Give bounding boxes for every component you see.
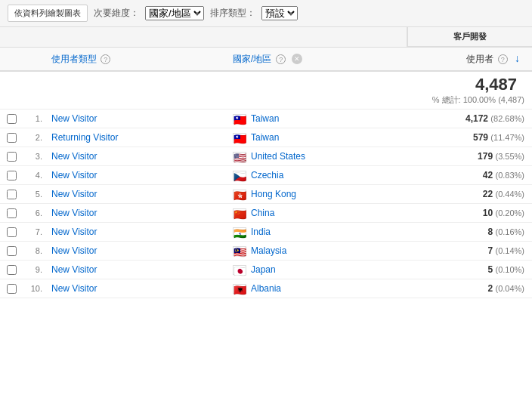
dim-section [0, 27, 408, 47]
row-check-input[interactable] [7, 208, 17, 218]
row-country: 🇯🇵 Japan [227, 264, 385, 275]
row-check-input[interactable] [7, 284, 17, 294]
row-num: 10. [23, 284, 45, 293]
row-users: 179 (3.55%) [385, 151, 532, 162]
row-pct: (3.55%) [495, 152, 524, 161]
user-type-link[interactable]: New Visitor [51, 283, 97, 294]
table-row: 8. New Visitor 🇲🇾 Malaysia 7 (0.14%) [0, 242, 532, 261]
table-row: 2. Returning Visitor 🇹🇼 Taiwan 579 (11.4… [0, 128, 532, 147]
table-row: 1. New Visitor 🇹🇼 Taiwan 4,172 (82.68%) [0, 110, 532, 128]
country-link[interactable]: Taiwan [251, 132, 279, 143]
country-link[interactable]: Albania [251, 283, 281, 294]
section-metric-label: 客戶開發 [408, 27, 532, 47]
country-link[interactable]: China [251, 208, 274, 218]
row-checkbox [0, 246, 23, 256]
country-link[interactable]: Taiwan [251, 113, 279, 124]
country-flag-icon: 🇭🇰 [233, 190, 246, 199]
row-num: 9. [23, 265, 45, 274]
row-pct: (11.47%) [490, 133, 524, 142]
row-user-type: Returning Visitor [45, 132, 227, 143]
header-users: 使用者 ? ↓ [385, 52, 532, 66]
user-type-link[interactable]: New Visitor [51, 245, 97, 256]
dim-select[interactable]: 國家/地區 [145, 6, 204, 20]
total-pct: % 總計: 100.00% (4,487) [385, 94, 524, 106]
row-pct: (0.10%) [495, 265, 524, 274]
country-info-icon[interactable]: ? [276, 54, 286, 64]
row-user-type: New Visitor [45, 113, 227, 124]
total-row: 4,487 % 總計: 100.00% (4,487) [0, 72, 532, 110]
table-row: 10. New Visitor 🇦🇱 Albania 2 (0.04%) [0, 279, 532, 298]
toolbar: 依資料列繪製圖表 次要維度： 國家/地區 排序類型： 預設 [0, 0, 532, 27]
header-user-type: 使用者類型 ? [45, 53, 227, 66]
row-checkbox [0, 208, 23, 218]
rows-container: 1. New Visitor 🇹🇼 Taiwan 4,172 (82.68%) … [0, 110, 532, 298]
row-country: 🇹🇼 Taiwan [227, 132, 385, 143]
row-check-input[interactable] [7, 152, 17, 162]
country-link[interactable]: Malaysia [251, 245, 286, 256]
user-type-link[interactable]: Returning Visitor [51, 132, 119, 143]
country-remove-icon[interactable]: ✕ [292, 54, 302, 64]
total-number: 4,487 [385, 75, 524, 94]
country-link[interactable]: Hong Kong [251, 189, 296, 199]
country-flag-icon: 🇲🇾 [233, 246, 246, 256]
row-pct: (82.68%) [490, 114, 524, 123]
user-type-info-icon[interactable]: ? [101, 54, 110, 64]
row-country: 🇭🇰 Hong Kong [227, 189, 385, 199]
data-table: 客戶開發 使用者類型 ? 國家/地區 ? ✕ 使用者 ? ↓ 4,487 % 總… [0, 27, 532, 298]
row-num: 7. [23, 227, 45, 236]
users-col-label: 使用者 [466, 54, 493, 64]
row-checkbox [0, 152, 23, 162]
row-check-input[interactable] [7, 133, 17, 143]
row-checkbox [0, 133, 23, 143]
row-users: 4,172 (82.68%) [385, 113, 532, 124]
user-type-link[interactable]: New Visitor [51, 227, 97, 237]
row-user-type: New Visitor [45, 189, 227, 199]
row-check-input[interactable] [7, 171, 17, 180]
row-users: 7 (0.14%) [385, 245, 532, 256]
header-country: 國家/地區 ? ✕ [227, 53, 385, 66]
user-type-link[interactable]: New Visitor [51, 264, 97, 275]
country-flag-icon: 🇯🇵 [233, 265, 246, 275]
user-type-link[interactable]: New Visitor [51, 189, 97, 199]
row-check-input[interactable] [7, 246, 17, 256]
row-checkbox [0, 227, 23, 237]
row-country: 🇹🇼 Taiwan [227, 113, 385, 124]
table-row: 4. New Visitor 🇨🇿 Czechia 42 (0.83%) [0, 166, 532, 185]
country-flag-icon: 🇨🇿 [233, 171, 246, 180]
metric-section: 客戶開發 [408, 27, 532, 47]
row-num: 2. [23, 133, 45, 142]
table-row: 3. New Visitor 🇺🇸 United States 179 (3.5… [0, 147, 532, 166]
chart-button[interactable]: 依資料列繪製圖表 [8, 5, 88, 22]
country-col-label[interactable]: 國家/地區 [233, 53, 271, 66]
country-link[interactable]: Japan [251, 264, 276, 275]
column-headers: 使用者類型 ? 國家/地區 ? ✕ 使用者 ? ↓ [0, 48, 532, 72]
row-pct: (0.83%) [495, 171, 524, 180]
row-users: 5 (0.10%) [385, 264, 532, 275]
user-type-link[interactable]: New Visitor [51, 113, 97, 124]
row-user-type: New Visitor [45, 227, 227, 237]
country-link[interactable]: India [251, 227, 271, 237]
user-type-col-label[interactable]: 使用者類型 [51, 54, 97, 64]
country-flag-icon: 🇮🇳 [233, 227, 246, 237]
row-check-input[interactable] [7, 265, 17, 275]
user-type-link[interactable]: New Visitor [51, 151, 97, 162]
row-num: 1. [23, 114, 45, 123]
row-user-type: New Visitor [45, 151, 227, 162]
row-user-type: New Visitor [45, 170, 227, 180]
table-row: 6. New Visitor 🇨🇳 China 10 (0.20%) [0, 204, 532, 223]
country-flag-icon: 🇹🇼 [233, 133, 246, 143]
users-info-icon[interactable]: ? [498, 54, 508, 64]
row-checkbox [0, 284, 23, 294]
user-type-link[interactable]: New Visitor [51, 208, 97, 218]
row-num: 4. [23, 171, 45, 180]
country-flag-icon: 🇦🇱 [233, 284, 246, 294]
country-link[interactable]: Czechia [251, 170, 283, 180]
row-check-input[interactable] [7, 114, 17, 124]
sort-select[interactable]: 預設 [261, 6, 298, 20]
row-check-input[interactable] [7, 227, 17, 237]
user-type-link[interactable]: New Visitor [51, 170, 97, 180]
total-users-block: 4,487 % 總計: 100.00% (4,487) [385, 75, 532, 106]
country-link[interactable]: United States [251, 151, 305, 162]
row-check-input[interactable] [7, 190, 17, 199]
sort-down-icon[interactable]: ↓ [510, 52, 524, 64]
